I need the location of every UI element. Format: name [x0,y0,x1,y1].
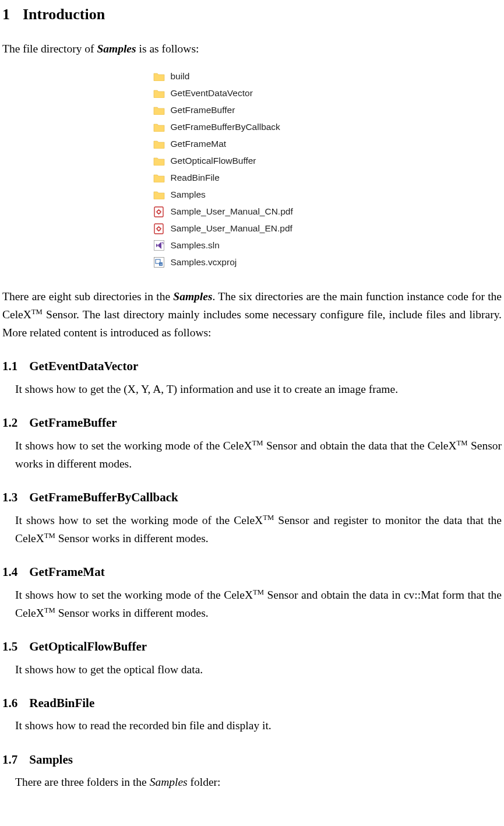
svg-text:5: 5 [162,241,164,245]
subsection-body: It shows how to get the optical flow dat… [15,660,502,679]
tm-superscript: TM [252,438,263,447]
folder-label: Samples [171,190,206,199]
tm-superscript: TM [44,606,55,614]
file-label: Samples.vcxproj [171,258,237,267]
sln-file-row: 5 Samples.sln [153,237,351,254]
folder-label: GetEventDataVector [171,89,253,98]
folder-icon [153,139,165,149]
subsection-body: It shows how to set the working mode of … [15,437,502,473]
body-text: There are three folders in the [15,776,150,788]
subsection-body: It shows how to get the (X, Y, A, T) inf… [15,380,502,398]
intro-samples-word: Samples [97,43,136,55]
subsection-body: It shows how to read the recorded bin fi… [15,716,502,734]
folder-row: GetFrameBuffer [153,102,351,119]
tm-superscript: TM [263,513,274,521]
subsection-title-text: GetOpticalFlowBuffer [29,639,147,653]
pdf-icon [153,206,165,217]
folder-row: GetEventDataVector [153,85,351,102]
tm-superscript: TM [253,588,264,596]
folder-icon [153,71,165,82]
body-text: It shows how to set the working mode of … [15,514,263,526]
folder-label: GetFrameBufferByCallback [171,122,280,132]
subsection-heading: 1.2GetFrameBuffer [2,413,502,433]
body-text: Sensor works in different modes. [55,532,209,544]
folder-row: GetOpticalFlowBuffer [153,153,351,170]
body-text: Sensor works in different modes. [55,607,209,619]
subsection-title-text: GetFrameMat [29,565,104,579]
folder-icon [153,122,165,132]
subsection-number: 1.1 [2,357,17,377]
svg-rect-0 [154,207,163,217]
subsection-number: 1.2 [2,413,17,433]
subsection-number: 1.4 [2,563,17,582]
subsection-body: It shows how to set the working mode of … [15,586,502,622]
tm-superscript: TM [457,438,468,447]
folder-icon [153,105,165,115]
file-label: Samples.sln [171,241,220,250]
subsection-heading: 1.7Samples [2,750,502,770]
folder-icon [153,173,165,183]
svg-text:+: + [160,263,162,266]
body-text: Sensor and obtain the data that the Cele… [263,440,457,452]
desc-text: There are eight sub directories in the [2,290,173,303]
body-text: It shows how to set the working mode of … [15,589,253,601]
subsection-number: 1.3 [2,488,17,508]
folder-icon [153,189,165,200]
intro-text-after: is as follows: [136,43,199,55]
subsection-heading: 1.5GetOpticalFlowBuffer [2,637,502,657]
visual-studio-sln-icon: 5 [153,240,165,251]
subsection-number: 1.7 [2,750,17,770]
subsection-body: It shows how to set the working mode of … [15,511,502,547]
desc-samples-word: Samples [173,290,212,303]
intro-text-before: The file directory of [2,43,97,55]
subsection-title-text: GetFrameBuffer [29,416,117,430]
file-listing: build GetEventDataVector GetFrameBuffer … [153,68,351,271]
tm-superscript: TM [44,531,55,539]
section-heading: 1Introduction [2,2,502,27]
vcxproj-file-row: + Samples.vcxproj [153,254,351,271]
subsection-number: 1.6 [2,694,17,713]
subsection-heading: 1.6ReadBinFile [2,694,502,713]
body-text: It shows how to set the working mode of … [15,440,252,452]
folder-row: build [153,68,351,85]
folder-icon [153,88,165,99]
subsection-heading: 1.1GetEventDataVector [2,357,502,377]
subsection-title-text: Samples [29,753,73,767]
folder-label: ReadBinFile [171,173,220,182]
subsection-number: 1.5 [2,637,17,657]
folder-label: GetOpticalFlowBuffer [171,156,256,166]
pdf-file-row: Sample_User_Manual_CN.pdf [153,203,351,220]
section-title-text: Introduction [23,6,105,23]
subsection-body: There are three folders in the Samples f… [15,773,502,791]
folder-label: build [171,72,190,81]
folder-label: GetFrameBuffer [171,106,235,115]
subsection-heading: 1.3GetFrameBufferByCallback [2,488,502,508]
subsection-title-text: GetEventDataVector [29,359,138,373]
body-text: folder: [188,776,221,788]
description-paragraph: There are eight sub directories in the S… [2,287,502,342]
folder-icon [153,156,165,166]
subsection-heading: 1.4GetFrameMat [2,563,502,582]
subsection-title-text: GetFrameBufferByCallback [29,490,178,504]
folder-row: GetFrameMat [153,136,351,153]
subsection-title-text: ReadBinFile [29,696,94,710]
tm-superscript: TM [31,307,43,315]
vcxproj-icon: + [153,257,165,268]
file-label: Sample_User_Manual_EN.pdf [171,224,292,233]
section-number: 1 [2,2,10,27]
pdf-file-row: Sample_User_Manual_EN.pdf [153,220,351,237]
folder-label: GetFrameMat [171,139,227,149]
folder-row: Samples [153,187,351,203]
desc-text: Sensor. The last directory mainly includ… [2,308,502,339]
svg-rect-2 [154,224,163,234]
body-samples-word: Samples [150,776,188,788]
file-label: Sample_User_Manual_CN.pdf [171,207,293,216]
intro-paragraph: The file directory of Samples is as foll… [2,40,502,58]
folder-row: GetFrameBufferByCallback [153,119,351,136]
folder-row: ReadBinFile [153,170,351,187]
pdf-icon [153,223,165,234]
